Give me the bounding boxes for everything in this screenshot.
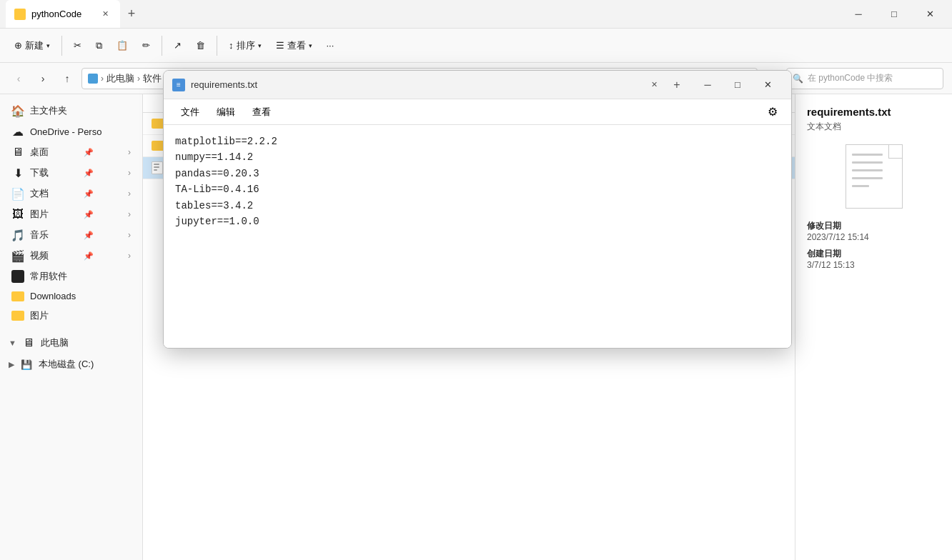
notepad-line: jupyter==1.0.0: [175, 214, 780, 229]
preview-meta: 修改日期 2023/7/12 15:14 创建日期 3/7/12 15:13: [807, 220, 941, 270]
notepad-minimize[interactable]: ─: [693, 74, 723, 96]
sort-arrow-icon: ▾: [258, 42, 262, 49]
paste-icon: 📋: [116, 40, 128, 51]
forward-button[interactable]: ›: [33, 69, 53, 89]
notepad-tab-title: requirements.txt: [191, 79, 641, 90]
notepad-line: TA-Lib==0.4.16: [175, 181, 780, 197]
sidebar-item-home[interactable]: 🏠 主文件夹: [3, 101, 139, 121]
notepad-line: tables==3.4.2: [175, 198, 780, 214]
sidebar-item-desktop[interactable]: 🖥 桌面 📌: [3, 142, 139, 162]
sidebar-item-dl2-label: Downloads: [30, 291, 76, 301]
rename-button[interactable]: ✏: [137, 37, 156, 54]
rename-icon: ✏: [142, 40, 150, 51]
minimize-button[interactable]: ─: [842, 3, 875, 26]
preview-subtitle: 文本文档: [807, 121, 941, 133]
pc-icon: 🖥: [22, 336, 35, 349]
notepad-content[interactable]: matplotlib==2.2.2numpy==1.14.2pandas==0.…: [164, 125, 791, 348]
bc-sep-1: ›: [101, 74, 104, 84]
notepad-settings-icon[interactable]: ⚙: [763, 102, 783, 122]
new-button[interactable]: ⊕ 新建 ▾: [9, 36, 56, 55]
sidebar: 🏠 主文件夹 ☁ OneDrive - Perso 🖥 桌面 📌 ⬇ 下载 📌 …: [0, 94, 143, 560]
notepad-line: matplotlib==2.2.2: [175, 134, 780, 149]
new-tab-button[interactable]: +: [120, 3, 143, 26]
sidebar-item-pics2[interactable]: 图片: [3, 306, 139, 326]
more-button[interactable]: ···: [321, 37, 340, 54]
sidebar-item-documents[interactable]: 📄 文档 📌: [3, 184, 139, 204]
delete-button[interactable]: 🗑: [190, 37, 211, 54]
notepad-menubar: 文件 编辑 查看 ⚙: [164, 99, 791, 125]
sidebar-item-music[interactable]: 🎵 音乐 📌: [3, 225, 139, 245]
download-icon: ⬇: [11, 166, 24, 179]
software-icon: [11, 270, 24, 283]
copy-button[interactable]: ⧉: [90, 37, 108, 54]
view-button[interactable]: ☰ 查看 ▾: [270, 36, 318, 55]
sort-icon: ↕: [229, 40, 234, 51]
pc-expand-icon: ▼: [9, 339, 16, 347]
disk-expand-icon: ▶: [9, 360, 14, 369]
view-icon: ☰: [276, 40, 284, 51]
cloud-icon: ☁: [11, 125, 24, 138]
delete-icon: 🗑: [196, 40, 205, 51]
menu-file[interactable]: 文件: [172, 103, 208, 121]
desktop-icon: 🖥: [11, 146, 24, 159]
notepad-icon: ≡: [172, 79, 185, 91]
cut-button[interactable]: ✂: [68, 37, 87, 54]
tab-close-button[interactable]: ✕: [99, 8, 111, 21]
toolbar-separator-3: [217, 36, 217, 56]
pin-icon-videos: 📌: [84, 251, 94, 261]
up-button[interactable]: ↑: [57, 69, 77, 89]
disk-icon: 💾: [20, 358, 33, 371]
search-bar[interactable]: 🔍 在 pythonCode 中搜索: [786, 68, 943, 89]
share-button[interactable]: ↗: [168, 37, 187, 54]
videos-icon: 🎬: [11, 249, 24, 262]
sidebar-disk-section[interactable]: ▶ 💾 本地磁盘 (C:): [0, 354, 142, 375]
close-button[interactable]: ✕: [913, 3, 946, 26]
sidebar-item-pics2-label: 图片: [30, 309, 49, 322]
title-bar: pythonCode ✕ + ─ □ ✕: [0, 0, 952, 29]
toolbar: ⊕ 新建 ▾ ✂ ⧉ 📋 ✏ ↗ 🗑 ↕ 排序 ▾ ☰ 查看 ▾ ···: [0, 29, 952, 63]
cut-icon: ✂: [74, 40, 81, 51]
new-icon: ⊕: [14, 40, 22, 51]
share-icon: ↗: [174, 40, 182, 51]
window-controls: ─ □ ✕: [842, 3, 946, 26]
documents-icon: 📄: [11, 187, 24, 200]
tab-title: pythonCode: [31, 9, 81, 19]
menu-view[interactable]: 查看: [244, 103, 279, 121]
sidebar-item-pics-label: 图片: [30, 208, 49, 221]
preview-title: requirements.txt: [807, 106, 941, 118]
pictures-icon: 🖼: [11, 208, 24, 221]
maximize-button[interactable]: □: [878, 3, 911, 26]
preview-panel: requirements.txt 文本文档 修改日期 2023/7/12 15:…: [795, 94, 952, 560]
notepad-window: ≡ requirements.txt ✕ + ─ □ ✕ 文件 编辑 查看 ⚙ …: [163, 70, 792, 349]
sidebar-item-music-label: 音乐: [30, 229, 49, 241]
preview-date-label: 修改日期: [807, 220, 941, 232]
sidebar-item-videos-label: 视频: [30, 249, 49, 262]
sidebar-item-videos[interactable]: 🎬 视频 📌: [3, 246, 139, 266]
menu-edit[interactable]: 编辑: [208, 103, 244, 121]
notepad-tab-close[interactable]: ✕: [647, 78, 661, 92]
sidebar-item-software[interactable]: 常用软件: [3, 266, 139, 286]
sidebar-item-dl2[interactable]: Downloads: [3, 287, 139, 305]
sidebar-item-dl-label: 下载: [30, 166, 49, 179]
notepad-tab-new[interactable]: +: [667, 75, 687, 95]
notepad-close[interactable]: ✕: [753, 74, 783, 96]
sidebar-item-onedrive[interactable]: ☁ OneDrive - Perso: [3, 121, 139, 141]
back-button[interactable]: ‹: [9, 69, 29, 89]
txt-icon: [152, 161, 163, 174]
sidebar-item-downloads[interactable]: ⬇ 下载 📌: [3, 163, 139, 183]
paste-button[interactable]: 📋: [111, 37, 134, 54]
sidebar-pc-section[interactable]: ▼ 🖥 此电脑: [0, 332, 142, 354]
disk-label: 本地磁盘 (C:): [39, 358, 94, 371]
sidebar-item-sw-label: 常用软件: [30, 270, 67, 283]
toolbar-separator-2: [162, 36, 162, 56]
active-tab[interactable]: pythonCode ✕: [6, 0, 120, 28]
search-placeholder: 在 pythonCode 中搜索: [808, 72, 893, 84]
breadcrumb-folder-icon: [88, 74, 98, 84]
preview-date-value: 2023/7/12 15:14: [807, 232, 941, 242]
tab-folder-icon: [14, 9, 26, 20]
preview-create-label: 创建日期: [807, 248, 941, 260]
bc-pc[interactable]: 此电脑: [106, 72, 134, 85]
notepad-maximize[interactable]: □: [723, 74, 753, 96]
sort-button[interactable]: ↕ 排序 ▾: [223, 36, 267, 55]
sidebar-item-pictures[interactable]: 🖼 图片 📌: [3, 204, 139, 224]
